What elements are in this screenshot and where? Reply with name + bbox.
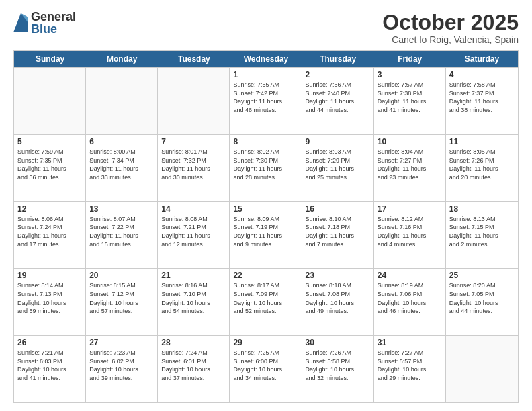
day-info: Sunrise: 8:13 AM Sunset: 7:15 PM Dayligh… xyxy=(449,215,515,248)
page: General Blue October 2025 Canet lo Roig,… xyxy=(0,0,532,411)
cal-cell-1-4: 1Sunrise: 7:55 AM Sunset: 7:42 PM Daylig… xyxy=(230,68,302,134)
calendar-row-4: 19Sunrise: 8:14 AM Sunset: 7:13 PM Dayli… xyxy=(14,268,518,335)
day-info: Sunrise: 8:20 AM Sunset: 7:05 PM Dayligh… xyxy=(449,281,515,315)
header-thursday: Thursday xyxy=(302,51,374,67)
cal-cell-1-6: 3Sunrise: 7:57 AM Sunset: 7:38 PM Daylig… xyxy=(374,68,446,134)
cal-cell-4-5: 23Sunrise: 8:18 AM Sunset: 7:08 PM Dayli… xyxy=(302,269,374,335)
day-number: 22 xyxy=(233,271,298,280)
day-info: Sunrise: 8:05 AM Sunset: 7:26 PM Dayligh… xyxy=(449,148,515,181)
calendar-header: Sunday Monday Tuesday Wednesday Thursday… xyxy=(14,51,518,67)
cal-cell-2-7: 11Sunrise: 8:05 AM Sunset: 7:26 PM Dayli… xyxy=(446,135,518,201)
day-info: Sunrise: 7:21 AM Sunset: 6:03 PM Dayligh… xyxy=(17,349,82,382)
header: General Blue October 2025 Canet lo Roig,… xyxy=(13,11,519,45)
day-info: Sunrise: 8:08 AM Sunset: 7:21 PM Dayligh… xyxy=(161,215,226,248)
day-number: 12 xyxy=(17,204,82,214)
cal-cell-1-3 xyxy=(158,68,230,134)
cal-cell-5-5: 30Sunrise: 7:26 AM Sunset: 5:58 PM Dayli… xyxy=(302,336,374,402)
cal-cell-3-3: 14Sunrise: 8:08 AM Sunset: 7:21 PM Dayli… xyxy=(158,202,230,269)
logo: General Blue xyxy=(13,11,76,35)
day-number: 13 xyxy=(89,204,154,214)
header-sunday: Sunday xyxy=(14,51,86,67)
header-tuesday: Tuesday xyxy=(158,51,230,67)
header-wednesday: Wednesday xyxy=(230,51,302,67)
day-info: Sunrise: 7:24 AM Sunset: 6:01 PM Dayligh… xyxy=(161,349,226,382)
cal-cell-1-1 xyxy=(14,68,86,134)
day-number: 23 xyxy=(306,271,370,280)
day-number: 14 xyxy=(161,204,226,214)
logo-icon xyxy=(13,13,28,32)
day-info: Sunrise: 8:10 AM Sunset: 7:18 PM Dayligh… xyxy=(306,215,370,248)
cal-cell-3-2: 13Sunrise: 8:07 AM Sunset: 7:22 PM Dayli… xyxy=(86,202,158,269)
day-number: 18 xyxy=(449,204,515,214)
calendar-row-5: 26Sunrise: 7:21 AM Sunset: 6:03 PM Dayli… xyxy=(14,335,518,402)
day-info: Sunrise: 7:56 AM Sunset: 7:40 PM Dayligh… xyxy=(306,81,370,114)
cal-cell-2-3: 7Sunrise: 8:01 AM Sunset: 7:32 PM Daylig… xyxy=(158,135,230,201)
cal-cell-1-7: 4Sunrise: 7:58 AM Sunset: 7:37 PM Daylig… xyxy=(446,68,518,134)
day-info: Sunrise: 8:15 AM Sunset: 7:12 PM Dayligh… xyxy=(89,281,154,315)
cal-cell-4-1: 19Sunrise: 8:14 AM Sunset: 7:13 PM Dayli… xyxy=(14,269,86,335)
cal-cell-2-1: 5Sunrise: 7:59 AM Sunset: 7:35 PM Daylig… xyxy=(14,135,86,201)
calendar-row-3: 12Sunrise: 8:06 AM Sunset: 7:24 PM Dayli… xyxy=(14,201,518,269)
calendar-row-2: 5Sunrise: 7:59 AM Sunset: 7:35 PM Daylig… xyxy=(14,134,518,201)
cal-cell-2-5: 9Sunrise: 8:03 AM Sunset: 7:29 PM Daylig… xyxy=(302,135,374,201)
day-info: Sunrise: 7:58 AM Sunset: 7:37 PM Dayligh… xyxy=(449,81,515,114)
cal-cell-2-6: 10Sunrise: 8:04 AM Sunset: 7:27 PM Dayli… xyxy=(374,135,446,201)
calendar-row-1: 1Sunrise: 7:55 AM Sunset: 7:42 PM Daylig… xyxy=(14,67,518,134)
cal-cell-4-6: 24Sunrise: 8:19 AM Sunset: 7:06 PM Dayli… xyxy=(374,269,446,335)
day-info: Sunrise: 7:57 AM Sunset: 7:38 PM Dayligh… xyxy=(378,81,442,114)
header-monday: Monday xyxy=(86,51,158,67)
cal-cell-5-3: 28Sunrise: 7:24 AM Sunset: 6:01 PM Dayli… xyxy=(158,336,230,402)
day-number: 2 xyxy=(306,70,370,79)
day-info: Sunrise: 8:04 AM Sunset: 7:27 PM Dayligh… xyxy=(378,148,442,181)
calendar: Sunday Monday Tuesday Wednesday Thursday… xyxy=(13,50,519,403)
header-friday: Friday xyxy=(374,51,446,67)
day-number: 7 xyxy=(161,137,226,146)
day-number: 3 xyxy=(378,70,442,79)
day-number: 20 xyxy=(89,271,154,280)
day-info: Sunrise: 8:00 AM Sunset: 7:34 PM Dayligh… xyxy=(89,148,154,181)
day-info: Sunrise: 8:09 AM Sunset: 7:19 PM Dayligh… xyxy=(233,215,298,248)
logo-general: General xyxy=(31,11,76,23)
day-info: Sunrise: 8:16 AM Sunset: 7:10 PM Dayligh… xyxy=(161,281,226,315)
calendar-body: 1Sunrise: 7:55 AM Sunset: 7:42 PM Daylig… xyxy=(14,67,518,402)
cal-cell-3-7: 18Sunrise: 8:13 AM Sunset: 7:15 PM Dayli… xyxy=(446,202,518,269)
day-number: 28 xyxy=(161,338,226,347)
location: Canet lo Roig, Valencia, Spain xyxy=(382,34,519,45)
cal-cell-3-5: 16Sunrise: 8:10 AM Sunset: 7:18 PM Dayli… xyxy=(302,202,374,269)
month-title: October 2025 xyxy=(382,11,519,34)
cal-cell-4-4: 22Sunrise: 8:17 AM Sunset: 7:09 PM Dayli… xyxy=(230,269,302,335)
cal-cell-4-7: 25Sunrise: 8:20 AM Sunset: 7:05 PM Dayli… xyxy=(446,269,518,335)
day-number: 9 xyxy=(306,137,370,146)
cal-cell-2-4: 8Sunrise: 8:02 AM Sunset: 7:30 PM Daylig… xyxy=(230,135,302,201)
day-info: Sunrise: 8:14 AM Sunset: 7:13 PM Dayligh… xyxy=(17,281,82,315)
day-number: 19 xyxy=(17,271,82,280)
day-info: Sunrise: 8:07 AM Sunset: 7:22 PM Dayligh… xyxy=(89,215,154,248)
day-number: 24 xyxy=(378,271,442,280)
cal-cell-1-5: 2Sunrise: 7:56 AM Sunset: 7:40 PM Daylig… xyxy=(302,68,374,134)
cal-cell-5-7 xyxy=(446,336,518,402)
logo-text: General Blue xyxy=(31,11,76,35)
day-number: 26 xyxy=(17,338,82,347)
cal-cell-4-2: 20Sunrise: 8:15 AM Sunset: 7:12 PM Dayli… xyxy=(86,269,158,335)
day-info: Sunrise: 8:01 AM Sunset: 7:32 PM Dayligh… xyxy=(161,148,226,181)
day-number: 5 xyxy=(17,137,82,146)
day-info: Sunrise: 7:25 AM Sunset: 6:00 PM Dayligh… xyxy=(233,349,298,382)
day-number: 17 xyxy=(378,204,442,214)
day-info: Sunrise: 7:23 AM Sunset: 6:02 PM Dayligh… xyxy=(89,349,154,382)
cal-cell-2-2: 6Sunrise: 8:00 AM Sunset: 7:34 PM Daylig… xyxy=(86,135,158,201)
day-number: 25 xyxy=(449,271,515,280)
day-number: 1 xyxy=(233,70,298,79)
day-info: Sunrise: 8:19 AM Sunset: 7:06 PM Dayligh… xyxy=(378,281,442,315)
day-number: 29 xyxy=(233,338,298,347)
header-saturday: Saturday xyxy=(446,51,518,67)
cal-cell-5-6: 31Sunrise: 7:27 AM Sunset: 5:57 PM Dayli… xyxy=(374,336,446,402)
title-section: October 2025 Canet lo Roig, Valencia, Sp… xyxy=(382,11,519,45)
cal-cell-3-1: 12Sunrise: 8:06 AM Sunset: 7:24 PM Dayli… xyxy=(14,202,86,269)
day-number: 15 xyxy=(233,204,298,214)
day-number: 31 xyxy=(378,338,442,347)
day-info: Sunrise: 8:12 AM Sunset: 7:16 PM Dayligh… xyxy=(378,215,442,248)
day-number: 16 xyxy=(306,204,370,214)
day-info: Sunrise: 8:02 AM Sunset: 7:30 PM Dayligh… xyxy=(233,148,298,181)
cal-cell-5-4: 29Sunrise: 7:25 AM Sunset: 6:00 PM Dayli… xyxy=(230,336,302,402)
day-number: 10 xyxy=(378,137,442,146)
